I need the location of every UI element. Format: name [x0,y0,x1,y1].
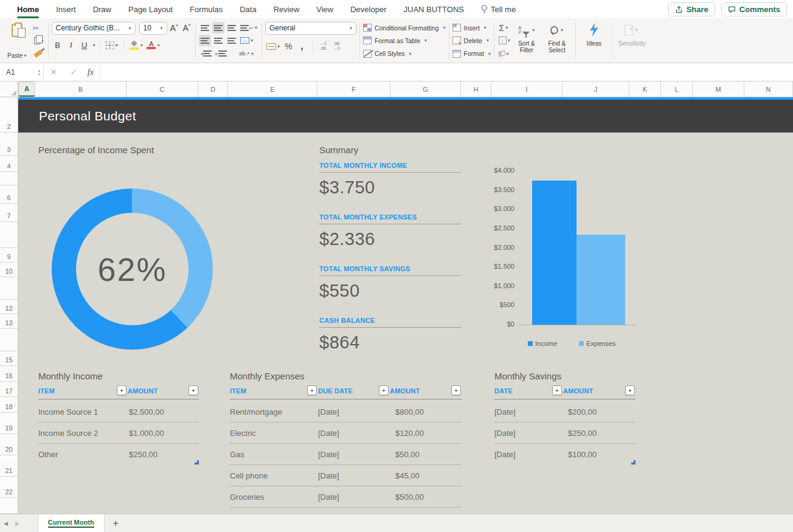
menu-item-view[interactable]: View [316,5,333,14]
table-column-header-due-date[interactable]: DUE DATE [318,387,353,395]
name-box-stepper[interactable]: ▲▼ [35,69,43,76]
table-cell-amount[interactable]: $250,00 [568,423,597,444]
menu-item-developer[interactable]: Developer [350,5,386,14]
font-color-button[interactable]: A▾ [145,40,161,51]
insert-cells-button[interactable]: Insert▾ [452,21,491,34]
row-header-4[interactable]: 4 [0,156,18,172]
table-cell-amount[interactable]: $500,00 [395,486,424,508]
bar-expenses[interactable] [577,235,625,325]
merge-center-button[interactable]: ↔▾ [239,35,254,46]
align-right-button[interactable] [226,35,238,46]
add-sheet-button[interactable]: + [113,518,119,529]
increase-indent-button[interactable]: ▸ [214,48,228,60]
table-column-header-amount[interactable]: AMOUNT [563,387,593,395]
row-header-16[interactable]: 16 [0,366,18,382]
filter-button-item[interactable]: ▼ [117,385,126,395]
row-header-21[interactable]: 21 [0,455,18,477]
column-header-k[interactable]: K [629,81,661,97]
filter-button-amount[interactable]: ▼ [189,385,198,395]
menu-item-insert[interactable]: Insert [56,5,76,14]
conditional-formatting-button[interactable]: Conditional Formatting▾ [363,21,446,34]
row-header-22[interactable]: 22 [0,477,18,498]
filter-button-date[interactable]: ▼ [552,385,562,395]
row-header[interactable] [0,222,18,248]
table-cell-item[interactable]: Cell phone [230,465,268,486]
percent-style-button[interactable]: % [282,41,294,52]
column-header-e[interactable]: E [228,81,317,97]
table-cell-item[interactable]: Income Source 2 [38,423,98,444]
menu-item-review[interactable]: Review [274,5,300,14]
select-all-corner[interactable] [0,81,18,97]
align-left-button[interactable] [199,35,211,46]
table-cell-amount[interactable]: $250,00 [129,444,158,465]
cancel-entry-button[interactable]: ✕ [44,67,64,77]
column-header-j[interactable]: J [563,81,629,97]
table-cell-due-date[interactable]: [Date] [318,465,339,486]
table-cell-date[interactable]: [Date] [494,423,516,444]
table-cell-amount[interactable]: $1.000,00 [129,423,164,444]
table-cell-date[interactable]: [Date] [494,401,516,423]
filter-button-due-date[interactable]: ▼ [379,385,389,395]
column-header-m[interactable]: M [693,81,744,97]
row-header-20[interactable]: 20 [0,434,18,455]
table-cell-date[interactable]: [Date] [494,444,516,465]
format-painter-button[interactable] [33,48,44,59]
table-cell-item[interactable]: Other [38,444,58,465]
align-middle-button[interactable] [212,22,224,33]
table-column-header-date[interactable]: DATE [494,387,513,395]
decrease-indent-button[interactable]: ◂ [199,48,213,60]
menu-item-formulas[interactable]: Formulas [190,5,223,14]
comments-button[interactable]: Comments [721,2,787,16]
table-cell-item[interactable]: Rent/mortgage [230,401,282,423]
clear-button[interactable]: ▾ [497,48,510,60]
row-header-13[interactable]: 13 [0,314,18,329]
italic-button[interactable]: I [65,40,77,51]
delete-cells-button[interactable]: Delete▾ [452,34,491,47]
menu-item-home[interactable]: Home [17,5,39,14]
fill-button[interactable]: ↓▾ [497,35,511,46]
column-header-i[interactable]: I [491,81,563,97]
table-cell-item[interactable]: Car payment [230,508,275,514]
align-top-button[interactable] [199,22,211,33]
insert-function-button[interactable]: fx [84,67,100,77]
table-cell-amount[interactable]: $120,00 [395,423,424,444]
formula-input[interactable] [100,63,793,81]
bold-button[interactable]: B [52,40,64,51]
filter-button-amount[interactable]: ▼ [451,385,461,395]
row-header-10[interactable]: 10 [0,263,18,277]
column-header-h[interactable]: H [461,81,491,97]
row-header-18[interactable]: 18 [0,397,18,413]
font-size-select[interactable]: 10▾ [139,22,167,35]
decrease-decimal-button[interactable]: .00→0 [330,41,342,52]
row-header-12[interactable]: 12 [0,300,18,314]
underline-button[interactable]: U [78,40,91,51]
table-column-header-item[interactable]: ITEM [38,387,55,395]
bar-income[interactable] [532,181,577,325]
table-cell-due-date[interactable]: [Date] [318,423,339,444]
sheet-tab-current-month[interactable]: Current Month [38,514,105,532]
align-center-button[interactable] [212,35,224,46]
menu-item-data[interactable]: Data [240,5,256,14]
row-header-6[interactable]: 6 [0,185,18,204]
sort-filter-button[interactable]: AZ▾ Sort & Filter [514,21,539,60]
row-header-7[interactable]: 7 [0,204,18,222]
row-header-3[interactable]: 3 [0,133,18,156]
name-box[interactable]: A1 [0,63,35,81]
table-cell-amount[interactable]: $2.500,00 [129,401,164,423]
column-header-l[interactable]: L [661,81,693,97]
previous-sheet-arrow[interactable]: ◀ [0,520,12,527]
cut-button[interactable]: ✂ [33,22,44,33]
table-cell-item[interactable]: Income Source 1 [38,401,98,423]
format-as-table-button[interactable]: Format as Table▾ [363,34,446,47]
share-button[interactable]: Share [668,2,715,16]
column-header-d[interactable]: D [198,81,228,97]
row-header[interactable] [0,329,18,351]
row-header-2[interactable]: 2 [0,97,18,133]
table-column-header-amount[interactable]: AMOUNT [128,387,158,395]
table-cell-amount[interactable]: $800,00 [395,401,424,423]
filter-button-amount[interactable]: ▼ [625,385,635,395]
format-cells-button[interactable]: Format▾ [452,47,491,60]
increase-font-size-button[interactable]: A▴ [168,23,180,33]
menu-item-page-layout[interactable]: Page Layout [128,5,173,14]
increase-decimal-button[interactable]: ←0.00 [317,41,329,52]
